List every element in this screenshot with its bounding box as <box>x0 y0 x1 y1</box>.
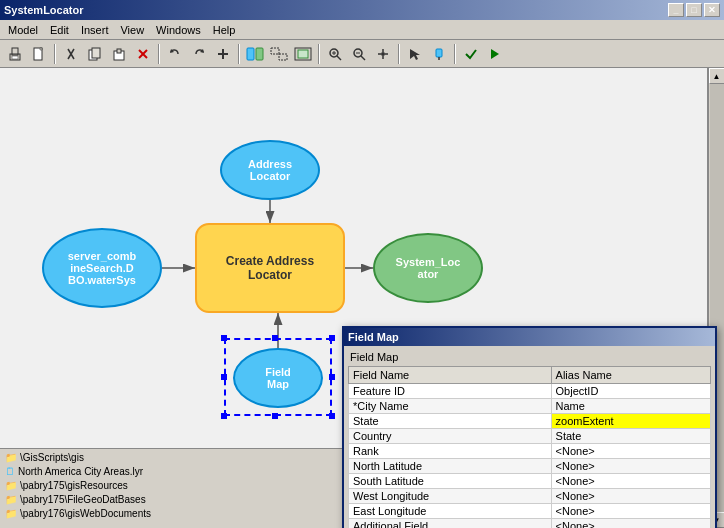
zoom-in-button[interactable] <box>324 43 346 65</box>
add-button[interactable] <box>212 43 234 65</box>
handle-br[interactable] <box>329 413 335 419</box>
table-row[interactable]: CountryState <box>349 429 711 444</box>
svg-rect-7 <box>92 48 100 58</box>
col-field-name: Field Name <box>349 367 552 384</box>
node-create-address-locator[interactable]: Create Address Locator <box>195 223 345 313</box>
table-row[interactable]: West Longitude<None> <box>349 489 711 504</box>
handle-tr[interactable] <box>329 335 335 341</box>
table-row[interactable]: East Longitude<None> <box>349 504 711 519</box>
node-server-combine[interactable]: server_comb ineSearch.D BO.waterSys <box>42 228 162 308</box>
print-button[interactable] <box>4 43 26 65</box>
new-button[interactable] <box>28 43 50 65</box>
field-map-dialog: Field Map Field Map Field Name Alias Nam… <box>342 326 717 528</box>
zoom-out-button[interactable] <box>348 43 370 65</box>
field-name-cell: Country <box>349 429 552 444</box>
handle-tm[interactable] <box>272 335 278 341</box>
menu-insert[interactable]: Insert <box>75 23 115 37</box>
field-name-cell: West Longitude <box>349 489 552 504</box>
node-system-locator[interactable]: System_Loc ator <box>373 233 483 303</box>
close-button[interactable]: ✕ <box>704 3 720 17</box>
table-row[interactable]: Feature IDObjectID <box>349 384 711 399</box>
menu-help[interactable]: Help <box>207 23 242 37</box>
file-item-2[interactable]: 📁 \pabry175\gisResources <box>4 479 152 492</box>
table-row[interactable]: South Latitude<None> <box>349 474 711 489</box>
alias-name-cell: <None> <box>551 444 710 459</box>
svg-marker-33 <box>491 49 499 59</box>
svg-rect-16 <box>247 48 254 60</box>
menu-model[interactable]: Model <box>2 23 44 37</box>
validate-button[interactable] <box>460 43 482 65</box>
table-row[interactable]: North Latitude<None> <box>349 459 711 474</box>
pointer-button[interactable] <box>404 43 426 65</box>
cut-button[interactable] <box>60 43 82 65</box>
table-row[interactable]: Additional Field<None> <box>349 519 711 529</box>
menu-bar: Model Edit Insert View Windows Help <box>0 20 724 40</box>
field-name-cell: State <box>349 414 552 429</box>
svg-rect-15 <box>222 49 224 59</box>
alias-name-cell: <None> <box>551 459 710 474</box>
menu-edit[interactable]: Edit <box>44 23 75 37</box>
folder-icon-2: 📁 <box>5 480 17 491</box>
node-field-map[interactable]: Field Map <box>233 348 323 408</box>
file-item-4[interactable]: 📁 \pabry176\gisWebDocuments <box>4 507 152 520</box>
scroll-up-button[interactable]: ▲ <box>709 68 725 84</box>
svg-rect-9 <box>117 49 121 53</box>
svg-rect-19 <box>279 54 287 60</box>
dialog-title: Field Map <box>348 331 399 343</box>
sep5 <box>398 44 400 64</box>
sep3 <box>238 44 240 64</box>
alias-name-cell: Name <box>551 399 710 414</box>
handle-bm[interactable] <box>272 413 278 419</box>
handle-ml[interactable] <box>221 374 227 380</box>
field-name-cell: East Longitude <box>349 504 552 519</box>
handle-bl[interactable] <box>221 413 227 419</box>
redo-button[interactable] <box>188 43 210 65</box>
field-name-cell: South Latitude <box>349 474 552 489</box>
file-item-0[interactable]: 📁 \GisScripts\gis <box>4 451 152 464</box>
group-button[interactable] <box>244 43 266 65</box>
dialog-title-bar: Field Map <box>344 328 715 346</box>
select-all-button[interactable] <box>268 43 290 65</box>
undo-button[interactable] <box>164 43 186 65</box>
pan-button[interactable] <box>372 43 394 65</box>
file-list: 📁 \GisScripts\gis 🗒 North America City A… <box>4 451 152 520</box>
dialog-content: Field Map Field Name Alias Name Feature … <box>344 346 715 528</box>
node-address-locator[interactable]: Address Locator <box>220 140 320 200</box>
svg-marker-30 <box>410 49 420 60</box>
window-title: SystemLocator <box>4 4 83 16</box>
delete-button[interactable] <box>132 43 154 65</box>
maximize-button[interactable]: □ <box>686 3 702 17</box>
table-row[interactable]: Rank<None> <box>349 444 711 459</box>
copy-button[interactable] <box>84 43 106 65</box>
alias-name-cell: State <box>551 429 710 444</box>
sep1 <box>54 44 56 64</box>
svg-rect-17 <box>256 48 263 60</box>
file-item-1[interactable]: 🗒 North America City Areas.lyr <box>4 465 152 478</box>
menu-windows[interactable]: Windows <box>150 23 207 37</box>
paste-button[interactable] <box>108 43 130 65</box>
file-label-1: North America City Areas.lyr <box>18 466 143 477</box>
handle-mr[interactable] <box>329 374 335 380</box>
file-item-3[interactable]: 📁 \pabry175\FileGeoDatBases <box>4 493 152 506</box>
alias-name-cell: <None> <box>551 474 710 489</box>
file-label-4: \pabry176\gisWebDocuments <box>20 508 151 519</box>
run-button[interactable] <box>484 43 506 65</box>
title-bar-buttons[interactable]: _ □ ✕ <box>668 3 720 17</box>
folder-icon-4: 📁 <box>5 508 17 519</box>
field-name-cell: Feature ID <box>349 384 552 399</box>
handle-tl[interactable] <box>221 335 227 341</box>
pin-button[interactable] <box>428 43 450 65</box>
table-row[interactable]: StatezoomExtent <box>349 414 711 429</box>
file-label-3: \pabry175\FileGeoDatBases <box>20 494 146 505</box>
svg-line-27 <box>361 56 365 60</box>
alias-name-cell: <None> <box>551 504 710 519</box>
file-label-2: \pabry175\gisResources <box>20 480 128 491</box>
table-row[interactable]: *City NameName <box>349 399 711 414</box>
fit-button[interactable] <box>292 43 314 65</box>
alias-name-cell: <None> <box>551 489 710 504</box>
col-alias-name: Alias Name <box>551 367 710 384</box>
minimize-button[interactable]: _ <box>668 3 684 17</box>
menu-view[interactable]: View <box>114 23 150 37</box>
field-map-table: Field Name Alias Name Feature IDObjectID… <box>348 366 711 528</box>
file-label-0: \GisScripts\gis <box>20 452 84 463</box>
